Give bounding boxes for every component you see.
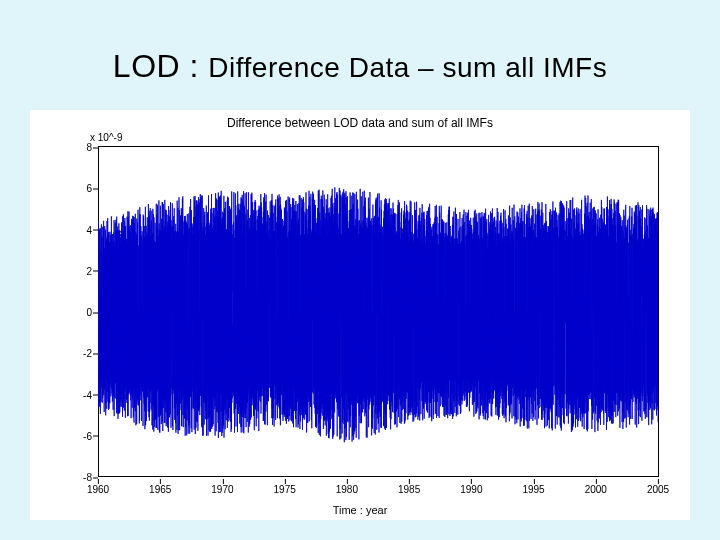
- x-tick: 1960: [87, 484, 109, 495]
- y-tick: -2: [58, 348, 92, 359]
- y-tick: 4: [58, 224, 92, 235]
- x-tick: 1975: [274, 484, 296, 495]
- slide-title: LOD : Difference Data – sum all IMFs: [0, 48, 720, 85]
- y-scale-note: x 10^-9: [90, 132, 123, 143]
- y-tick: 0: [58, 307, 92, 318]
- x-tick: 1970: [211, 484, 233, 495]
- slide-title-prefix: LOD: [113, 48, 180, 84]
- plot-area: -8-6-4-202468196019651970197519801985199…: [98, 146, 659, 477]
- chart-title: Difference between LOD data and sum of a…: [30, 116, 690, 130]
- x-axis-label: Time : year: [30, 504, 690, 516]
- y-tick: 6: [58, 183, 92, 194]
- y-tick: 2: [58, 265, 92, 276]
- x-tick: 1985: [398, 484, 420, 495]
- signal-line: [98, 147, 658, 477]
- y-tick: -8: [58, 472, 92, 483]
- x-tick: 1965: [149, 484, 171, 495]
- x-tick: 1980: [336, 484, 358, 495]
- chart-panel: Difference between LOD data and sum of a…: [30, 110, 690, 520]
- y-tick: -4: [58, 389, 92, 400]
- x-tick: 1990: [460, 484, 482, 495]
- slide-title-sep: :: [180, 48, 208, 84]
- x-tick: 2005: [647, 484, 669, 495]
- x-tick: 1995: [522, 484, 544, 495]
- y-tick: -6: [58, 430, 92, 441]
- slide-title-rest: Difference Data – sum all IMFs: [208, 52, 607, 83]
- x-tick: 2000: [585, 484, 607, 495]
- y-tick: 8: [58, 142, 92, 153]
